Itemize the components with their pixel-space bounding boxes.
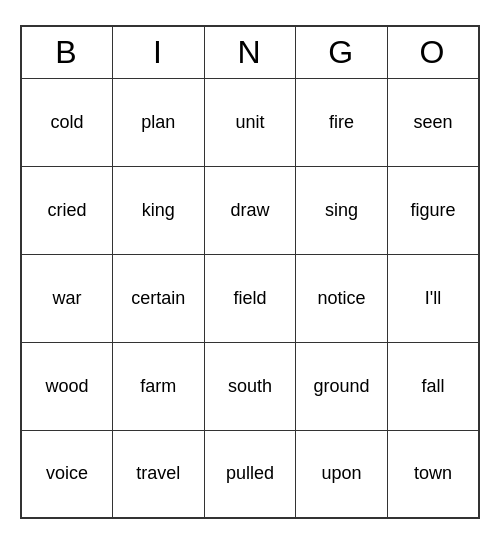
header-cell-i: I — [113, 26, 205, 78]
cell-r1-c3: sing — [296, 166, 388, 254]
cell-r3-c2: south — [204, 342, 296, 430]
bingo-card: BINGO coldplanunitfireseencriedkingdraws… — [20, 25, 480, 519]
cell-r1-c4: figure — [387, 166, 479, 254]
table-row: voicetravelpulledupontown — [21, 430, 479, 518]
cell-r3-c1: farm — [113, 342, 205, 430]
cell-r0-c3: fire — [296, 78, 388, 166]
cell-r3-c3: ground — [296, 342, 388, 430]
header-cell-n: N — [204, 26, 296, 78]
table-row: criedkingdrawsingfigure — [21, 166, 479, 254]
table-row: coldplanunitfireseen — [21, 78, 479, 166]
cell-r4-c0: voice — [21, 430, 113, 518]
cell-r1-c0: cried — [21, 166, 113, 254]
cell-r2-c1: certain — [113, 254, 205, 342]
cell-r4-c4: town — [387, 430, 479, 518]
header-cell-g: G — [296, 26, 388, 78]
cell-r2-c2: field — [204, 254, 296, 342]
cell-r4-c1: travel — [113, 430, 205, 518]
header-cell-o: O — [387, 26, 479, 78]
table-row: warcertainfieldnoticeI'll — [21, 254, 479, 342]
header-row: BINGO — [21, 26, 479, 78]
cell-r3-c4: fall — [387, 342, 479, 430]
header-cell-b: B — [21, 26, 113, 78]
cell-r2-c3: notice — [296, 254, 388, 342]
cell-r0-c1: plan — [113, 78, 205, 166]
table-row: woodfarmsouthgroundfall — [21, 342, 479, 430]
cell-r2-c4: I'll — [387, 254, 479, 342]
cell-r4-c2: pulled — [204, 430, 296, 518]
cell-r3-c0: wood — [21, 342, 113, 430]
cell-r1-c2: draw — [204, 166, 296, 254]
cell-r2-c0: war — [21, 254, 113, 342]
cell-r1-c1: king — [113, 166, 205, 254]
cell-r0-c0: cold — [21, 78, 113, 166]
cell-r4-c3: upon — [296, 430, 388, 518]
cell-r0-c4: seen — [387, 78, 479, 166]
cell-r0-c2: unit — [204, 78, 296, 166]
